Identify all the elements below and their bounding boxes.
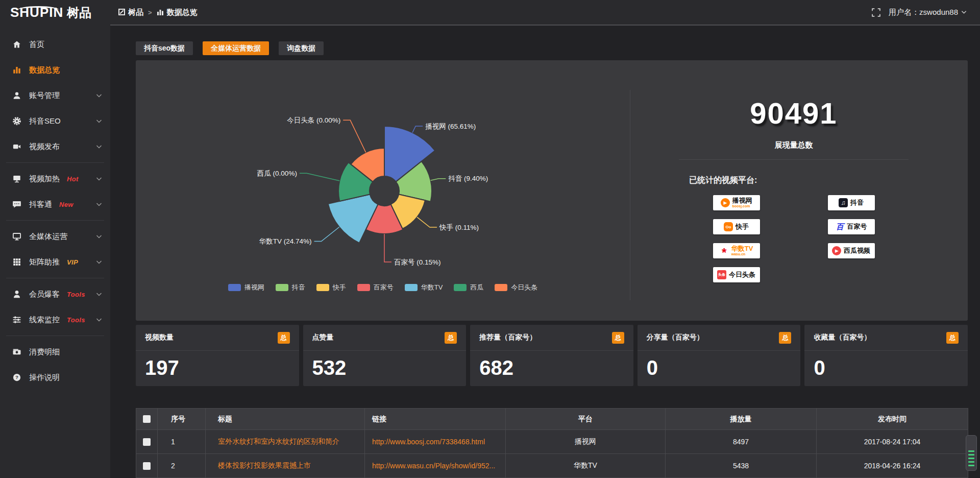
- sidebar-item-抖客通[interactable]: 抖客通New: [0, 192, 110, 217]
- stat-card-推荐量（百家号）: 推荐量（百家号）总682: [470, 325, 633, 386]
- sidebar-divider: [6, 336, 104, 336]
- sidebar-item-操作说明[interactable]: ?操作说明: [0, 365, 110, 390]
- sidebar-item-tag: Tools: [67, 316, 85, 324]
- legend-label: 华数TV: [421, 283, 443, 292]
- fullscreen-icon[interactable]: [872, 8, 880, 17]
- total-badge[interactable]: 总: [612, 332, 624, 344]
- sidebar-item-线索监控[interactable]: 线索监控Tools: [0, 307, 110, 332]
- stat-card-value: 682: [470, 351, 633, 379]
- column-header-标题: 标题: [206, 409, 365, 430]
- tab-抖音seo数据[interactable]: 抖音seo数据: [136, 41, 193, 55]
- total-impressions-label: 展现量总数: [679, 140, 909, 150]
- platform-chip-text: 快手: [736, 223, 749, 230]
- row-checkbox[interactable]: [143, 462, 151, 470]
- stat-card-value: 532: [303, 351, 467, 379]
- platform-chip-抖音: ♫抖音: [828, 195, 875, 210]
- sidebar-item-全媒体运营[interactable]: 全媒体运营: [0, 224, 110, 249]
- table-row: 2楼体投影灯投影效果震撼上市http://www.wasu.cn/Play/sh…: [136, 454, 968, 478]
- breadcrumb-current-label: 数据总览: [167, 8, 198, 17]
- select-all-checkbox[interactable]: [143, 415, 151, 423]
- legend-item-快手[interactable]: 快手: [316, 283, 346, 292]
- video-url-link[interactable]: http://www.boosj.com/7338468.html: [365, 430, 506, 454]
- svg-text:?: ?: [15, 374, 18, 380]
- sidebar-item-视频发布[interactable]: 视频发布: [0, 134, 110, 159]
- platform-chip-text: 华数TVwasu.cn: [731, 245, 753, 256]
- pie-label-播视网: 播视网 (65.61%): [425, 123, 476, 130]
- user-menu[interactable]: 用户名：zswodun88: [889, 8, 967, 17]
- stat-card-header: 点赞量总: [303, 325, 467, 351]
- xigua-logo-icon: ▶: [832, 246, 841, 255]
- sidebar-item-label: 抖客通: [29, 200, 52, 209]
- total-badge[interactable]: 总: [445, 332, 457, 344]
- total-badge[interactable]: 总: [779, 332, 791, 344]
- pie-slice-华数TV[interactable]: [328, 195, 378, 243]
- platform-name: 快手: [736, 223, 749, 230]
- chart-icon: [12, 65, 22, 75]
- baijiahao-logo-icon: 百: [836, 222, 845, 231]
- chevron-down-icon: [96, 145, 102, 149]
- stat-card-title: 点赞量: [312, 333, 334, 342]
- vertical-divider: [630, 90, 630, 300]
- sidebar-item-首页[interactable]: 首页: [0, 32, 110, 57]
- platform-chip-grid: ▶播视网boosj.comOo快手*华数TVwasu.cn头条今日头条♫抖音百百…: [679, 195, 909, 282]
- square-grid-icon: [118, 8, 125, 17]
- video-icon: [12, 142, 22, 151]
- row-platform: 播视网: [506, 430, 666, 454]
- legend-swatch: [454, 284, 467, 291]
- chevron-down-icon: [96, 93, 102, 98]
- sidebar-divider: [6, 220, 104, 221]
- total-badge[interactable]: 总: [946, 332, 959, 344]
- chevron-down-icon: [96, 260, 102, 265]
- data-tabs: 抖音seo数据全媒体运营数据询盘数据: [136, 41, 968, 55]
- green-stripe: [968, 465, 974, 466]
- legend-item-今日头条[interactable]: 今日头条: [495, 283, 537, 292]
- video-title-link[interactable]: 楼体投影灯投影效果震撼上市: [206, 454, 365, 478]
- pie-label-百家号: 百家号 (0.15%): [394, 258, 441, 266]
- legend-item-西瓜[interactable]: 西瓜: [454, 283, 483, 292]
- legend-label: 快手: [333, 283, 346, 292]
- platform-chip-column: ▶播视网boosj.comOo快手*华数TVwasu.cn头条今日头条: [679, 195, 794, 282]
- video-url-link[interactable]: http://www.wasu.cn/Play/show/id/952...: [365, 454, 506, 478]
- breadcrumb-current[interactable]: 数据总览: [157, 8, 198, 17]
- breadcrumb-root[interactable]: 树品: [118, 8, 143, 17]
- sidebar-divider: [6, 278, 104, 278]
- stat-card-title: 收藏量（百家号）: [814, 333, 871, 342]
- sidebar-item-label: 线索监控: [29, 315, 60, 325]
- legend-item-华数TV[interactable]: 华数TV: [405, 283, 443, 292]
- video-title-link[interactable]: 室外水纹灯和室内水纹灯的区别和简介: [206, 430, 365, 454]
- sidebar-item-矩阵助推[interactable]: 矩阵助推VIP: [0, 249, 110, 275]
- legend-item-百家号[interactable]: 百家号: [357, 283, 394, 292]
- chevron-down-icon: [961, 10, 967, 14]
- gear-icon: [12, 116, 22, 126]
- wasu-logo-icon: *: [720, 246, 729, 255]
- row-checkbox[interactable]: [143, 438, 151, 446]
- floating-widget[interactable]: [966, 435, 977, 471]
- sidebar-item-数据总览[interactable]: 数据总览: [0, 57, 110, 83]
- row-select-cell: [136, 454, 158, 478]
- legend-item-抖音[interactable]: 抖音: [276, 283, 305, 292]
- app-logo[interactable]: SHUPIN 树品: [0, 6, 110, 19]
- stat-card-value: 0: [638, 351, 801, 379]
- sidebar-item-抖音SEO[interactable]: 抖音SEO: [0, 108, 110, 134]
- stat-card-header: 分享量（百家号）总: [638, 325, 801, 351]
- tab-询盘数据[interactable]: 询盘数据: [279, 41, 324, 55]
- sidebar-item-视频加热[interactable]: 视频加热Hot: [0, 166, 110, 192]
- stat-card-value: 197: [136, 351, 299, 379]
- sidebar-item-label: 会员爆客: [29, 290, 60, 299]
- pie-label-快手: 快手 (0.11%): [439, 224, 479, 231]
- platform-chip-text: 播视网boosj.com: [732, 197, 752, 208]
- platform-name: 百家号: [847, 223, 867, 230]
- column-header-发布时间: 发布时间: [817, 409, 968, 430]
- sidebar-item-tag: Tools: [67, 291, 85, 298]
- kuaishou-logo-icon: Oo: [724, 222, 733, 231]
- legend-item-播视网[interactable]: 播视网: [228, 283, 264, 292]
- tab-全媒体运营数据[interactable]: 全媒体运营数据: [203, 41, 269, 55]
- legend-label: 抖音: [292, 283, 305, 292]
- home-icon: [12, 40, 22, 49]
- sidebar-item-消费明细[interactable]: 消费明细: [0, 339, 110, 365]
- sidebar-item-账号管理[interactable]: 账号管理: [0, 83, 110, 108]
- sidebar-item-会员爆客[interactable]: 会员爆客Tools: [0, 281, 110, 307]
- total-badge[interactable]: 总: [278, 332, 290, 344]
- legend-swatch: [228, 284, 241, 291]
- column-header-链接: 链接: [365, 409, 506, 430]
